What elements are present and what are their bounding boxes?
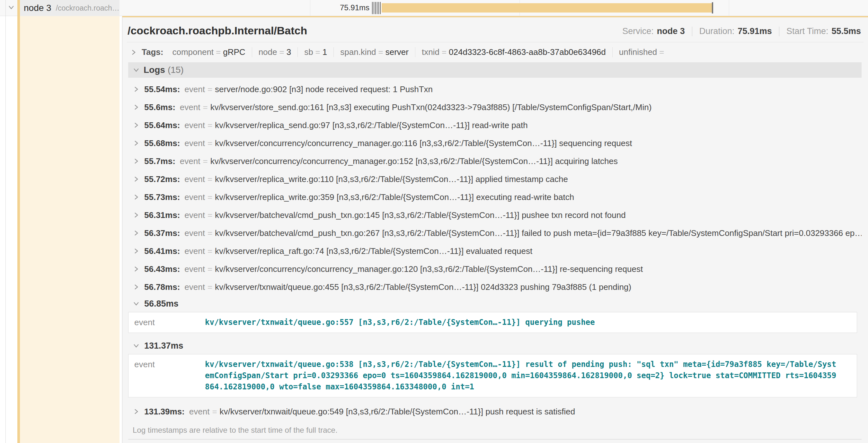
tag-value: 1 <box>322 47 327 57</box>
log-timestamp: 55.72ms: <box>144 174 180 184</box>
log-timestamp: 131.39ms: <box>144 407 185 417</box>
start-time-label: Start Time: <box>786 26 829 36</box>
log-timestamp: 131.37ms <box>144 341 183 351</box>
tag-value: gRPC <box>223 47 245 57</box>
log-timestamp: 56.37ms: <box>144 228 180 238</box>
chevron-right-icon[interactable] <box>133 230 140 237</box>
log-field-value: kv/kvserver/concurrency/concurrency_mana… <box>210 156 618 166</box>
chevron-right-icon[interactable] <box>133 247 140 254</box>
chevron-down-icon[interactable] <box>133 342 140 349</box>
log-field-key: event <box>184 84 205 94</box>
span-detail-panel: /cockroach.roachpb.Internal/Batch Servic… <box>122 16 868 443</box>
chevron-right-icon[interactable] <box>133 211 140 218</box>
log-timestamp: 55.64ms: <box>144 121 180 130</box>
span-duration-bar[interactable] <box>382 3 712 12</box>
tag-value: server <box>385 47 409 57</box>
tag-item: component=gRPC <box>166 47 251 57</box>
log-detail-box: eventkv/kvserver/txnwait/queue.go:538 [n… <box>128 354 857 398</box>
logs-list: 55.54ms:event=server/node.go:902 [n3] no… <box>128 78 862 420</box>
log-field-key: event <box>189 407 210 417</box>
log-row[interactable]: 55.72ms:event=kv/kvserver/replica_write.… <box>128 170 862 188</box>
log-row[interactable]: 55.7ms:event=kv/kvserver/concurrency/con… <box>128 152 862 170</box>
log-equals: = <box>205 228 215 238</box>
tag-equals: = <box>439 47 449 57</box>
meta-divider <box>692 27 692 36</box>
chevron-down-icon[interactable] <box>133 300 140 307</box>
log-field-value: kv/kvserver/replica_send.go:97 [n3,s3,r6… <box>215 121 528 130</box>
tag-equals: = <box>313 47 322 57</box>
log-field-value-mono: kv/kvserver/txnwait/queue.go:538 [n3,s3,… <box>205 359 836 393</box>
log-field-value: kv/kvserver/batcheval/cmd_push_txn.go:14… <box>215 210 626 220</box>
tag-key: node <box>258 47 277 57</box>
chevron-right-icon[interactable] <box>133 194 140 201</box>
log-timestamp: 55.54ms: <box>144 84 180 94</box>
chevron-down-icon[interactable] <box>8 4 15 11</box>
tags-list: component=gRPCnode=3sb=1span.kind=server… <box>166 47 673 57</box>
log-equals: = <box>210 407 219 417</box>
logs-section: Logs (15) 55.54ms:event=server/node.go:9… <box>128 62 862 440</box>
log-row[interactable]: 56.37ms:event=kv/kvserver/batcheval/cmd_… <box>128 224 862 242</box>
log-field-key: event <box>128 359 205 393</box>
log-row[interactable]: 55.6ms:event=kv/kvserver/store_send.go:1… <box>128 98 862 116</box>
tag-equals: = <box>376 47 385 57</box>
chevron-right-icon[interactable] <box>133 140 140 147</box>
log-field-value: kv/kvserver/txnwait/queue.go:549 [n3,s3,… <box>220 407 575 417</box>
log-equals: = <box>205 174 215 184</box>
log-row[interactable]: 55.64ms:event=kv/kvserver/replica_send.g… <box>128 116 862 134</box>
log-row[interactable]: 56.78ms:event=kv/kvserver/txnwait/queue.… <box>128 278 862 296</box>
span-service-name: node 3 <box>24 3 52 13</box>
meta-divider <box>779 27 779 36</box>
log-timestamp: 56.43ms: <box>144 264 180 274</box>
logs-count: (15) <box>168 65 184 75</box>
log-row[interactable]: 56.31ms:event=kv/kvserver/batcheval/cmd_… <box>128 206 862 224</box>
log-equals: = <box>205 138 215 148</box>
log-row[interactable]: 55.54ms:event=server/node.go:902 [n3] no… <box>128 80 862 98</box>
log-row[interactable]: 55.68ms:event=kv/kvserver/concurrency/co… <box>128 134 862 152</box>
chevron-right-icon[interactable] <box>133 122 140 129</box>
tags-toggle-row[interactable]: Tags: component=gRPCnode=3sb=1span.kind=… <box>127 42 864 62</box>
log-field-value-mono: kv/kvserver/txnwait/queue.go:557 [n3,s3,… <box>205 317 595 328</box>
log-timestamp: 55.68ms: <box>144 138 180 148</box>
logs-header[interactable]: Logs (15) <box>128 62 862 78</box>
tags-label: Tags: <box>142 47 163 57</box>
log-field-value: kv/kvserver/concurrency/concurrency_mana… <box>215 264 643 274</box>
chevron-right-icon[interactable] <box>133 176 140 183</box>
log-field-key: event <box>184 264 205 274</box>
tag-item: node=3 <box>252 47 298 57</box>
span-name-cell[interactable]: node 3 /cockroach.roach… <box>17 0 120 16</box>
span-tree-gutter <box>0 16 122 443</box>
tag-equals: = <box>277 47 286 57</box>
chevron-right-icon[interactable] <box>133 158 140 165</box>
chevron-right-icon[interactable] <box>133 408 140 415</box>
log-equals: = <box>205 121 215 130</box>
logs-title: Logs <box>144 65 165 75</box>
log-timestamp: 55.6ms: <box>144 102 176 112</box>
log-timestamp: 55.7ms: <box>144 156 176 166</box>
duration-label: Duration: <box>699 26 735 36</box>
span-row[interactable]: node 3 /cockroach.roach… 75.91ms <box>0 0 868 16</box>
log-equals: = <box>205 282 215 292</box>
log-field-value: server/node.go:902 [n3] node received re… <box>215 84 433 94</box>
tag-equals: = <box>214 47 223 57</box>
tag-item: unfinished= <box>612 47 673 57</box>
chevron-down-icon[interactable] <box>133 66 140 73</box>
log-row[interactable]: 131.39ms:event=kv/kvserver/txnwait/queue… <box>128 403 862 420</box>
log-row[interactable]: 55.73ms:event=kv/kvserver/replica_write.… <box>128 188 862 206</box>
chevron-right-icon[interactable] <box>133 266 140 273</box>
chevron-right-icon[interactable] <box>133 283 140 291</box>
log-field-value: kv/kvserver/replica_raft.go:74 [n3,s3,r6… <box>215 246 532 256</box>
tag-key: span.kind <box>340 47 376 57</box>
log-field-key: event <box>184 138 205 148</box>
log-row-expanded-header[interactable]: 131.37ms <box>128 338 862 353</box>
chevron-right-icon[interactable] <box>133 104 140 111</box>
chevron-right-icon[interactable] <box>133 86 140 93</box>
log-row[interactable]: 56.41ms:event=kv/kvserver/replica_raft.g… <box>128 242 862 260</box>
chevron-right-icon[interactable] <box>130 49 137 56</box>
log-equals: = <box>200 102 210 112</box>
log-timestamp: 55.73ms: <box>144 192 180 202</box>
log-row[interactable]: 56.43ms:event=kv/kvserver/concurrency/co… <box>128 260 862 278</box>
log-row-expanded-header[interactable]: 56.85ms <box>128 296 862 311</box>
tag-value: 3 <box>286 47 291 57</box>
log-field-key: event <box>184 174 205 184</box>
logs-footer-note: Log timestamps are relative to the start… <box>128 420 862 440</box>
